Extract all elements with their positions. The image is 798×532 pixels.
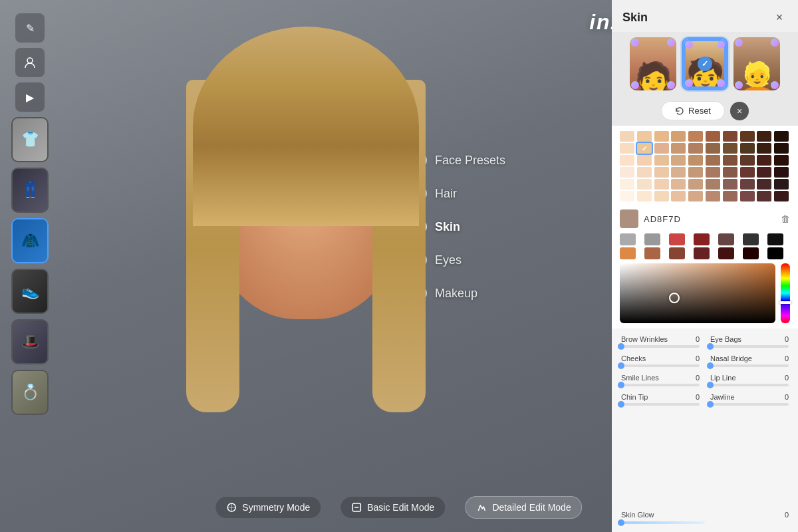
mini-swatch[interactable] <box>743 247 759 259</box>
hue-handle[interactable] <box>779 301 791 304</box>
mini-swatch[interactable] <box>767 247 783 259</box>
smile-lines-track[interactable] <box>621 384 700 386</box>
symmetry-mode-button[interactable]: Symmetry Mode <box>215 497 321 518</box>
edit-icon-button[interactable]: ✎ <box>15 13 45 43</box>
lip-line-track[interactable] <box>710 384 789 386</box>
play-icon-button[interactable]: ▶ <box>15 82 45 112</box>
mini-swatch[interactable] <box>694 247 710 259</box>
thumb-accessory1[interactable]: 🎩 <box>11 319 49 364</box>
thumb-shoes[interactable]: 👟 <box>11 269 49 314</box>
menu-item-makeup[interactable]: Makeup <box>412 286 505 301</box>
swatch-cell[interactable] <box>688 167 703 178</box>
swatch-cell[interactable] <box>774 167 789 178</box>
swatch-cell[interactable] <box>688 179 703 190</box>
swatch-cell[interactable] <box>688 143 703 154</box>
face-preset-2[interactable]: 🧒 ✓ <box>682 37 728 90</box>
brow-wrinkles-thumb[interactable] <box>618 343 624 350</box>
swatch-cell-selected[interactable] <box>637 143 652 154</box>
nasal-bridge-thumb[interactable] <box>707 362 714 369</box>
swatch-cell[interactable] <box>637 131 652 142</box>
swatch-cell[interactable] <box>688 155 703 166</box>
swatch-cell[interactable] <box>774 131 789 142</box>
swatch-cell[interactable] <box>774 155 789 166</box>
nasal-bridge-track[interactable] <box>710 364 789 367</box>
swatch-cell[interactable] <box>757 155 771 166</box>
swatch-cell[interactable] <box>620 143 634 154</box>
swatch-cell[interactable] <box>723 155 737 166</box>
swatch-cell[interactable] <box>740 191 755 201</box>
swatch-cell[interactable] <box>654 179 669 190</box>
swatch-cell[interactable] <box>757 179 771 190</box>
swatch-cell[interactable] <box>740 131 755 142</box>
swatch-cell[interactable] <box>620 131 634 142</box>
thumb-shirt[interactable]: 👕 <box>11 117 49 162</box>
swatch-cell[interactable] <box>620 191 634 201</box>
color-gradient-picker[interactable] <box>620 263 775 323</box>
chin-tip-thumb[interactable] <box>618 401 624 408</box>
face-preset-1[interactable]: 🧑 <box>630 37 676 90</box>
mini-swatch[interactable] <box>694 233 710 245</box>
swatch-cell[interactable] <box>706 191 720 201</box>
swatch-cell[interactable] <box>654 191 669 201</box>
swatch-cell[interactable] <box>723 167 737 178</box>
swatch-cell[interactable] <box>740 155 755 166</box>
swatch-cell[interactable] <box>774 179 789 190</box>
mini-swatch[interactable] <box>669 233 685 245</box>
swatch-cell[interactable] <box>671 179 686 190</box>
swatch-cell[interactable] <box>671 155 686 166</box>
face-preset-3[interactable]: 👱 <box>733 37 780 90</box>
menu-item-eyes[interactable]: Eyes <box>412 253 505 267</box>
swatch-cell[interactable] <box>671 131 686 142</box>
current-color-swatch[interactable] <box>620 209 638 228</box>
thumb-pants[interactable]: 👖 <box>11 168 49 213</box>
picker-circle-handle[interactable] <box>669 293 680 303</box>
swatch-cell[interactable] <box>757 191 771 201</box>
basic-edit-mode-button[interactable]: Basic Edit Mode <box>340 497 445 518</box>
mini-swatch[interactable] <box>718 247 734 259</box>
mini-swatch[interactable] <box>620 247 636 259</box>
chin-tip-track[interactable] <box>621 403 700 406</box>
eye-bags-thumb[interactable] <box>707 343 714 350</box>
delete-color-button[interactable]: 🗑 <box>781 213 790 224</box>
mini-swatch[interactable] <box>743 233 759 245</box>
hex-input[interactable]: AD8F7D <box>644 214 775 224</box>
smile-lines-thumb[interactable] <box>618 382 624 388</box>
swatch-cell[interactable] <box>757 167 771 178</box>
swatch-cell[interactable] <box>671 143 686 154</box>
swatch-cell[interactable] <box>706 131 720 142</box>
swatch-cell[interactable] <box>688 131 703 142</box>
swatch-cell[interactable] <box>654 131 669 142</box>
mini-swatch[interactable] <box>644 247 660 259</box>
detailed-edit-mode-button[interactable]: Detailed Edit Mode <box>465 496 582 519</box>
mini-swatch[interactable] <box>620 233 636 245</box>
swatch-cell[interactable] <box>740 143 755 154</box>
thumb-accessory2[interactable]: 💍 <box>11 370 49 415</box>
skin-glow-track[interactable] <box>621 521 705 524</box>
person-icon-button[interactable] <box>15 48 45 77</box>
swatch-cell[interactable] <box>671 191 686 201</box>
swatch-cell[interactable] <box>774 191 789 201</box>
swatch-cell[interactable] <box>620 155 634 166</box>
swatch-cell[interactable] <box>706 167 720 178</box>
menu-item-hair[interactable]: Hair <box>412 186 505 201</box>
mini-swatch[interactable] <box>669 247 685 259</box>
swatch-cell[interactable] <box>723 143 737 154</box>
menu-item-face-presets[interactable]: Face Presets <box>412 153 505 168</box>
brow-wrinkles-track[interactable] <box>621 345 700 348</box>
swatch-cell[interactable] <box>740 167 755 178</box>
menu-item-skin[interactable]: Skin <box>412 219 505 234</box>
jawline-thumb[interactable] <box>707 401 714 408</box>
swatch-cell[interactable] <box>620 167 634 178</box>
swatch-cell[interactable] <box>740 179 755 190</box>
mini-swatch[interactable] <box>644 233 660 245</box>
swatch-cell[interactable] <box>706 155 720 166</box>
swatch-cell[interactable] <box>654 155 669 166</box>
swatch-cell[interactable] <box>637 191 652 201</box>
swatch-cell[interactable] <box>723 131 737 142</box>
cheeks-thumb[interactable] <box>618 362 624 369</box>
swatch-cell[interactable] <box>654 143 669 154</box>
dismiss-button[interactable]: × <box>730 102 749 120</box>
reset-button[interactable]: Reset <box>661 101 725 120</box>
eye-bags-track[interactable] <box>710 345 789 348</box>
swatch-cell[interactable] <box>654 167 669 178</box>
